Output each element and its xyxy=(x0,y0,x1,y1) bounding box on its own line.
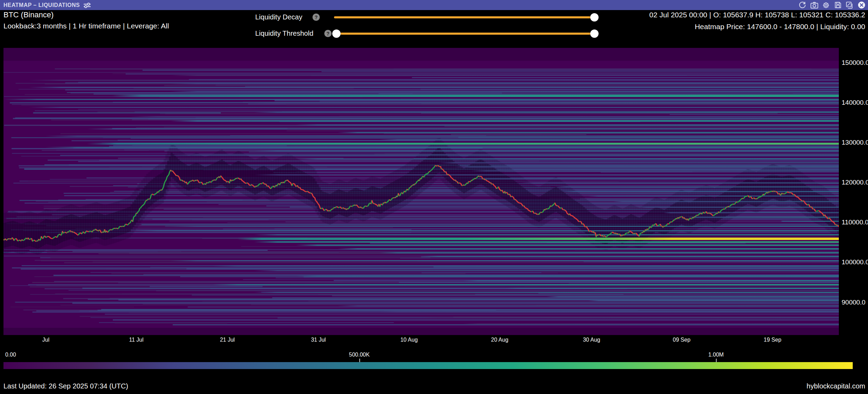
liquidation-heatmap-app: HEATMAP – LIQUIDATIONS xyxy=(0,0,868,394)
colorbar-tick xyxy=(359,359,360,362)
heatmap-plot-area[interactable] xyxy=(3,48,839,335)
lookback-params-label: Lookback:3 months | 1 Hr timeframe | Lev… xyxy=(3,22,169,30)
time-axis-label: 21 Jul xyxy=(220,337,235,343)
window-titlebar: HEATMAP – LIQUIDATIONS xyxy=(0,0,868,10)
liquidity-colorbar xyxy=(3,362,853,369)
time-axis-label: 11 Jul xyxy=(129,337,144,343)
price-axis-label: 90000.0 xyxy=(842,299,866,306)
time-axis-label: 20 Aug xyxy=(491,337,508,343)
colorbar-scale-label: 0.00 xyxy=(5,352,16,358)
liquidity-threshold-label: Liquidity Threshold xyxy=(255,29,314,37)
liquidity-decay-knob[interactable] xyxy=(590,13,599,22)
price-axis-label: 110000.0 xyxy=(842,219,868,226)
liquidity-threshold-row: Liquidity Threshold ? xyxy=(255,29,568,38)
price-axis-label: 120000.0 xyxy=(842,179,868,186)
liquidity-decay-row: Liquidity Decay ? xyxy=(255,13,568,22)
ohlc-readout: 02 Jul 2025 00:00 | O: 105637.9 H: 10573… xyxy=(649,11,865,19)
save-icon[interactable] xyxy=(833,1,842,10)
liquidity-decay-label: Liquidity Decay xyxy=(255,13,302,21)
camera-icon[interactable] xyxy=(810,1,819,10)
refresh-icon[interactable] xyxy=(798,1,807,10)
liquidity-decay-slider[interactable] xyxy=(334,16,594,18)
site-watermark: hyblockcapital.com xyxy=(807,382,865,390)
page-title: HEATMAP – LIQUIDATIONS xyxy=(3,2,80,8)
price-axis-label: 100000.0 xyxy=(842,258,868,266)
liquidity-threshold-slider[interactable] xyxy=(336,33,594,35)
liquidity-threshold-high-knob[interactable] xyxy=(590,29,599,38)
tune-icon[interactable] xyxy=(83,1,92,10)
time-axis-label: 10 Aug xyxy=(400,337,418,343)
liquidity-threshold-help-icon[interactable]: ? xyxy=(324,30,332,37)
screenshot-region-icon[interactable] xyxy=(845,1,854,10)
titlebar-actions xyxy=(795,1,866,10)
time-axis-label: Jul xyxy=(42,337,49,343)
price-axis-label: 130000.0 xyxy=(842,139,868,146)
liquidation-heatmap-canvas[interactable] xyxy=(3,48,839,335)
price-axis-label: 140000.0 xyxy=(842,99,868,106)
symbol-label: BTC (Binance) xyxy=(3,10,53,19)
colorbar-tick xyxy=(716,359,717,362)
close-icon[interactable] xyxy=(857,1,866,10)
liquidity-decay-help-icon[interactable]: ? xyxy=(312,14,320,21)
last-updated-label: Last Updated: 26 Sep 2025 07:34 (UTC) xyxy=(3,382,128,390)
heatmap-price-readout: Heatmap Price: 147600.0 - 147800.0 | Liq… xyxy=(695,23,865,31)
liquidity-threshold-low-knob[interactable] xyxy=(332,29,341,38)
colorbar-scale-label: 1.00M xyxy=(708,352,724,358)
settings-gear-icon[interactable] xyxy=(821,1,831,10)
time-axis-label: 09 Sep xyxy=(673,337,691,343)
time-axis-label: 30 Aug xyxy=(583,337,600,343)
colorbar-scale-label: 500.00K xyxy=(349,352,370,358)
time-axis-label: 19 Sep xyxy=(764,337,782,343)
time-axis-label: 31 Jul xyxy=(311,337,326,343)
price-axis-label: 150000.0 xyxy=(842,59,868,67)
